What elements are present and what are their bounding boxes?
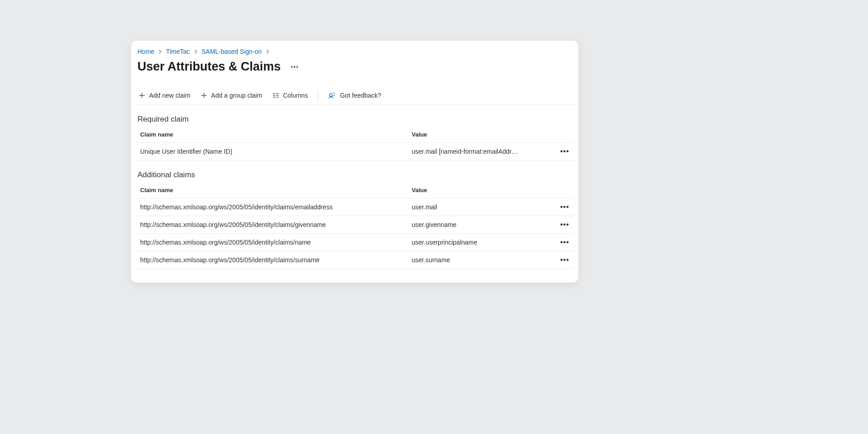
toolbar-label: Add new claim	[149, 92, 190, 99]
toolbar-label: Add a group claim	[211, 92, 262, 99]
toolbar-divider	[318, 91, 318, 100]
columns-icon	[272, 92, 279, 99]
more-icon: •••	[560, 221, 569, 228]
row-actions-button[interactable]: •••	[552, 198, 574, 216]
chevron-right-icon	[158, 49, 162, 54]
claim-name-cell: http://schemas.xmlsoap.org/ws/2005/05/id…	[136, 216, 407, 234]
breadcrumb-link-saml[interactable]: SAML-based Sign-on	[202, 48, 262, 55]
row-actions-button[interactable]: •••	[552, 143, 574, 160]
more-icon: •••	[560, 256, 569, 264]
claim-value-cell: user.mail [nameid-format:emailAddr…	[407, 143, 552, 160]
feedback-button[interactable]: Got feedback?	[327, 91, 382, 100]
table-row[interactable]: http://schemas.xmlsoap.org/ws/2005/05/id…	[136, 234, 574, 251]
toolbar-label: Got feedback?	[340, 92, 381, 99]
breadcrumb-link-home[interactable]: Home	[137, 48, 154, 55]
additional-claims-title: Additional claims	[136, 160, 574, 182]
breadcrumb-link-timetac[interactable]: TimeTac	[166, 48, 189, 55]
column-header-value[interactable]: Value	[407, 182, 552, 198]
table-row[interactable]: http://schemas.xmlsoap.org/ws/2005/05/id…	[136, 198, 574, 216]
page-title: User Attributes & Claims	[137, 60, 281, 74]
plus-icon	[138, 92, 146, 99]
claim-name-cell: http://schemas.xmlsoap.org/ws/2005/05/id…	[136, 234, 407, 251]
add-new-claim-button[interactable]: Add new claim	[137, 91, 191, 100]
column-header-value[interactable]: Value	[407, 127, 552, 143]
more-icon: •••	[560, 238, 569, 246]
claim-name-cell: Unique User Identifier (Name ID)	[136, 143, 407, 160]
column-header-name[interactable]: Claim name	[136, 127, 407, 143]
breadcrumb: Home TimeTac SAML-based Sign-on	[136, 48, 574, 60]
row-actions-button[interactable]: •••	[552, 234, 574, 251]
claim-name-cell: http://schemas.xmlsoap.org/ws/2005/05/id…	[136, 198, 407, 216]
required-claim-title: Required claim	[136, 105, 574, 127]
chevron-right-icon	[265, 49, 270, 54]
more-actions-button[interactable]: •••	[291, 63, 299, 71]
table-row[interactable]: http://schemas.xmlsoap.org/ws/2005/05/id…	[136, 216, 574, 234]
additional-claims-table: Claim name Value http://schemas.xmlsoap.…	[136, 182, 574, 269]
row-actions-button[interactable]: •••	[552, 251, 574, 269]
row-actions-button[interactable]: •••	[552, 216, 574, 234]
feedback-icon	[328, 92, 336, 99]
required-claim-table: Claim name Value Unique User Identifier …	[136, 127, 574, 160]
claim-name-cell: http://schemas.xmlsoap.org/ws/2005/05/id…	[136, 251, 407, 269]
claims-panel: Home TimeTac SAML-based Sign-on User Att…	[131, 41, 578, 283]
claim-value-cell: user.surname	[407, 251, 552, 269]
table-row[interactable]: http://schemas.xmlsoap.org/ws/2005/05/id…	[136, 251, 574, 269]
toolbar-label: Columns	[283, 92, 308, 99]
claim-value-cell: user.userprincipalname	[407, 234, 552, 251]
more-icon: •••	[560, 203, 569, 211]
claim-value-cell: user.givenname	[407, 216, 552, 234]
plus-icon	[200, 92, 208, 99]
more-icon: •••	[560, 147, 569, 155]
toolbar: Add new claim Add a group claim Columns	[136, 87, 574, 105]
add-group-claim-button[interactable]: Add a group claim	[199, 91, 263, 100]
columns-button[interactable]: Columns	[271, 91, 309, 100]
table-header-row: Claim name Value	[136, 182, 574, 198]
claim-value-cell: user.mail	[407, 198, 552, 216]
svg-point-0	[330, 94, 332, 96]
chevron-right-icon	[193, 49, 198, 54]
table-row[interactable]: Unique User Identifier (Name ID) user.ma…	[136, 143, 574, 160]
column-header-name[interactable]: Claim name	[136, 182, 407, 198]
table-header-row: Claim name Value	[136, 127, 574, 143]
